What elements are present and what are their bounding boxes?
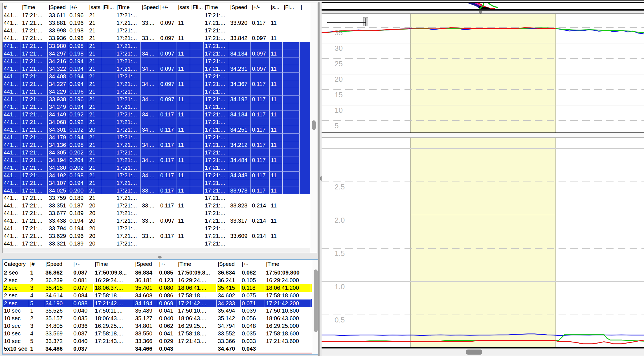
result-row[interactable]: 2 sec534.1900.08817:21:42....34.1940.069…	[3, 299, 312, 307]
accuracy-chart-panel[interactable]: 2.52.01.51.00.5	[322, 138, 644, 348]
column-header[interactable]: |Time	[115, 4, 141, 10]
table-row[interactable]: 441...17:21:...34.3220.1942117:21:...34.…	[3, 65, 310, 72]
column-header[interactable]: |Speed	[229, 4, 251, 10]
column-header[interactable]: |#	[29, 261, 44, 267]
table-row[interactable]: 441...17:21:...34.1940.2042117:21:...34.…	[3, 156, 310, 164]
table-row[interactable]: 441...17:21:...33.9360.1982117:21:...33.…	[3, 34, 310, 42]
column-header[interactable]: |Time	[265, 261, 311, 267]
cell	[101, 202, 115, 209]
table-row[interactable]: 441...17:21:...34.2270.1942117:21:...34.…	[3, 80, 310, 88]
column-header[interactable]: |Speed	[48, 4, 68, 10]
chart-horizontal-scrollbar[interactable]	[322, 348, 644, 356]
column-header[interactable]: |Fil...	[190, 4, 204, 10]
column-header[interactable]: |+-	[72, 261, 94, 267]
table-row[interactable]: 441...17:21:...34.0250.2002117:21:...33.…	[3, 187, 310, 194]
column-header[interactable]: |Time	[177, 261, 217, 267]
column-header[interactable]: |	[300, 4, 305, 10]
table-row[interactable]: 441...17:21:...34.3010.1922017:21:...34.…	[3, 126, 310, 133]
results-table[interactable]: Category|#|Speed|+-|Time|Speed|+-|Time|S…	[2, 259, 320, 355]
result-row[interactable]: 10 sec433.5690.03717:58:18....33.5500.04…	[3, 330, 312, 337]
table-row[interactable]: 441...17:21:...34.2800.2022117:21:...17:…	[3, 164, 310, 171]
table-row[interactable]: 441...17:21:...34.1790.1942117:21:...17:…	[3, 133, 310, 141]
result-row[interactable]: 2 sec136.8620.08717:50:09.8...36.8340.08…	[3, 269, 312, 277]
cell	[190, 202, 204, 209]
cell: 34....	[141, 65, 159, 72]
table-row[interactable]: 441...17:21:...34.0680.1922117:21:...17:…	[3, 118, 310, 126]
table-row[interactable]: 441...17:21:...33.6290.1962017:21:...33.…	[3, 232, 310, 240]
table-row[interactable]: 441...17:21:...34.2160.1942117:21:...17:…	[3, 57, 310, 65]
track-table-scroll-thumb[interactable]	[312, 120, 316, 130]
table-row[interactable]: 441...17:21:...34.1360.1982117:21:...34.…	[3, 141, 310, 149]
table-row[interactable]: 441...17:21:...34.3050.2022117:21:...17:…	[3, 149, 310, 156]
table-row[interactable]: 441...17:21:...33.9800.1982117:21:...17:…	[3, 42, 310, 50]
track-table-scrollbar[interactable]	[310, 3, 317, 253]
column-header[interactable]: |+-	[158, 261, 177, 267]
table-row[interactable]: 441...17:21:...33.3210.1892017:21:...17:…	[3, 240, 310, 246]
table-row[interactable]: 441...17:21:...33.9980.1982117:21:...17:…	[3, 27, 310, 34]
table-row[interactable]: 441...17:21:...34.1920.1982117:21:...34.…	[3, 171, 310, 179]
accuracy-chart[interactable]: 2.52.01.51.00.5	[322, 138, 644, 347]
column-header[interactable]: |Time	[21, 4, 48, 10]
result-row[interactable]: 10 sec533.3720.04017:21:43....33.3660.02…	[3, 337, 312, 345]
column-header[interactable]: |sats	[177, 4, 190, 10]
column-header[interactable]: |Speed	[141, 4, 159, 10]
cell: 33.842	[229, 34, 251, 42]
table-row[interactable]: 441...17:21:...33.9380.1962117:21:...34.…	[3, 95, 310, 103]
results-table-body[interactable]: 2 sec136.8620.08717:50:09.8...36.8340.08…	[3, 269, 312, 353]
table-row[interactable]: 441...17:21:...33.7940.1942017:21:...17:…	[3, 225, 310, 232]
column-header[interactable]: #	[3, 4, 21, 10]
column-header[interactable]: |Speed	[134, 261, 158, 267]
table-row[interactable]: 441...17:21:...34.2290.1962117:21:...17:…	[3, 88, 310, 95]
cell: 441...	[3, 103, 21, 110]
column-header[interactable]: |Fi...	[283, 4, 300, 10]
table-row[interactable]: 441...17:21:...33.8810.1962117:21:...33.…	[3, 19, 310, 27]
column-header[interactable]: |Fil...	[101, 4, 115, 10]
column-header[interactable]: Category	[3, 261, 29, 267]
column-header[interactable]: |Time	[204, 4, 229, 10]
speed-chart[interactable]: 3530252015105	[322, 14, 644, 132]
track-table-body[interactable]: 441...17:21:...33.6110.1962117:21:...17:…	[3, 12, 310, 246]
horizontal-splitter-handle-icon[interactable]	[158, 256, 162, 258]
result-row[interactable]: 2 sec335.4180.07718:06:37....35.4010.080…	[3, 284, 312, 292]
cell: 17:21:...	[21, 149, 48, 156]
cell: 17:21:...	[115, 95, 141, 103]
cell: 17:21:...	[21, 202, 48, 209]
column-header[interactable]: |+/-	[251, 4, 270, 10]
column-header[interactable]: |Speed	[217, 261, 241, 267]
track-points-table[interactable]: #|Time|Speed|+/-|sats|Fil...|Time|Speed|…	[2, 3, 317, 253]
column-header[interactable]: |sats	[88, 4, 101, 10]
table-row[interactable]: 441...17:21:...34.2490.1942117:21:...17:…	[3, 103, 310, 110]
result-row[interactable]: 5x10 sec134.4860.03734.4660.04334.4700.0…	[3, 345, 312, 353]
column-header[interactable]: |Time	[94, 261, 134, 267]
table-row[interactable]: 441...17:21:...33.6110.1962117:21:...17:…	[3, 12, 310, 19]
table-row[interactable]: 441...17:21:...34.1070.1942117:21:...17:…	[3, 179, 310, 187]
overview-splitter-handle-icon[interactable]	[479, 11, 482, 14]
overview-splitter-bar[interactable]	[322, 11, 644, 14]
table-row[interactable]: 441...17:21:...34.4080.1942117:21:...17:…	[3, 72, 310, 80]
table-row[interactable]: 441...17:21:...33.3510.1872017:21:...33.…	[3, 202, 310, 209]
column-header[interactable]: |Speed	[44, 261, 72, 267]
cell: 441...	[3, 202, 21, 209]
track-overview-strip[interactable]	[322, 2, 644, 10]
result-row[interactable]: 10 sec135.5260.04017:50:11....35.4890.04…	[3, 307, 312, 315]
table-row[interactable]: 441...17:21:...33.7590.1892117:21:...17:…	[3, 194, 310, 202]
table-row[interactable]: 441...17:21:...34.2970.1982117:21:...34.…	[3, 50, 310, 57]
speed-chart-panel[interactable]: 3530252015105	[322, 14, 644, 133]
chart-scroll-thumb[interactable]	[466, 350, 482, 355]
cell: 441...	[3, 194, 21, 202]
result-row[interactable]: 10 sec334.8050.03616:29:25....34.8010.06…	[3, 322, 312, 330]
table-row[interactable]: 441...17:21:...34.1490.1922117:21:...34.…	[3, 110, 310, 118]
column-header[interactable]: |+/-	[159, 4, 177, 10]
column-header[interactable]: |+/-	[68, 4, 88, 10]
table-row[interactable]: 441...17:21:...33.4380.1942017:21:...33.…	[3, 217, 310, 225]
cell: 34....	[141, 95, 159, 103]
cell: 34.216	[48, 57, 68, 65]
vertical-pane-divider[interactable]	[318, 2, 320, 356]
table-row[interactable]: 441...17:21:...33.6770.1892017:21:...17:…	[3, 209, 310, 217]
results-table-scroll-thumb[interactable]	[314, 269, 318, 332]
column-header[interactable]: |+-	[241, 261, 265, 267]
result-row[interactable]: 2 sec236.2390.08116:29:24....36.1810.123…	[3, 277, 312, 284]
result-row[interactable]: 2 sec434.6140.08417:58:18....34.6080.086…	[3, 292, 312, 299]
column-header[interactable]: |s...	[270, 4, 283, 10]
result-row[interactable]: 10 sec235.1570.03518:06:43....35.1270.04…	[3, 315, 312, 322]
